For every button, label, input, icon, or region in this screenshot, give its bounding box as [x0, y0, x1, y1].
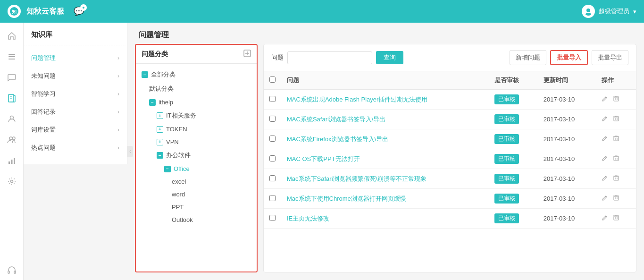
sidebar-icon-book[interactable]: [2, 89, 21, 108]
search-label: 问题: [271, 53, 284, 62]
nav-item-word-settings[interactable]: 词库设置 ›: [24, 121, 127, 139]
row-checkbox-1[interactable]: [269, 116, 276, 122]
batch-import-button[interactable]: 批量导入: [550, 50, 588, 65]
logo-icon: 知: [8, 5, 21, 18]
row-checkbox-5[interactable]: [269, 195, 276, 201]
message-icon[interactable]: 💬 ●: [74, 6, 84, 17]
user-menu[interactable]: 超级管理员 ▾: [582, 5, 636, 18]
nav-item-smart-learning[interactable]: 智能学习 ›: [24, 85, 127, 103]
nav-item-hot-questions[interactable]: 热点问题 ›: [24, 139, 127, 157]
question-link-2[interactable]: MAC系统Firefox浏览器书签导入\导出: [287, 136, 388, 143]
nav-item-answer-record[interactable]: 回答记录 ›: [24, 103, 127, 121]
row-actions-4: [596, 169, 636, 189]
cat-toggle-it-services: +: [157, 112, 163, 119]
cat-item-it-services[interactable]: + IT相关服务: [136, 109, 257, 123]
cat-item-office[interactable]: − Office: [136, 162, 257, 175]
delete-icon-1[interactable]: [613, 115, 619, 123]
cat-label-ppt: PPT: [172, 204, 184, 211]
delete-icon-2[interactable]: [613, 135, 619, 143]
cat-label-office: Office: [174, 165, 190, 172]
nav-item-question-mgmt[interactable]: 问题管理 ›: [24, 49, 127, 67]
row-updated-6: 2017-03-10: [538, 209, 596, 229]
cat-item-all[interactable]: − 全部分类: [136, 68, 257, 82]
row-checkbox-0[interactable]: [269, 96, 276, 102]
username: 超级管理员: [599, 7, 629, 16]
question-link-3[interactable]: MAC OS下载PPT无法打开: [287, 155, 360, 162]
cat-label-word: word: [172, 191, 185, 198]
edit-icon-0[interactable]: [602, 95, 608, 103]
edit-icon-4[interactable]: [602, 175, 608, 183]
question-link-4[interactable]: Mac系统下Safari浏览器频繁假死\崩溃等不正常现象: [287, 175, 427, 182]
sidebar-icon-settings[interactable]: [2, 172, 21, 191]
delete-icon-4[interactable]: [613, 175, 619, 183]
sidebar-icon-chart[interactable]: [2, 151, 21, 170]
row-checkbox-cell: [264, 149, 281, 169]
batch-export-button[interactable]: 批量导出: [592, 50, 628, 65]
add-question-button[interactable]: 新增问题: [510, 50, 546, 65]
svg-rect-33: [614, 137, 619, 141]
cat-item-word[interactable]: word: [136, 188, 257, 201]
category-panel-title: 问题分类: [142, 50, 168, 59]
th-updated: 更新时间: [538, 71, 596, 90]
row-checkbox-6[interactable]: [269, 215, 276, 221]
row-checkbox-4[interactable]: [269, 175, 276, 181]
cat-item-office-software[interactable]: − 办公软件: [136, 148, 257, 162]
sidebar-icon-list[interactable]: [2, 47, 21, 66]
user-dropdown-icon[interactable]: ▾: [633, 8, 636, 15]
question-link-5[interactable]: Mac系统下使用Chrome浏览器打开网页缓慢: [287, 195, 406, 202]
sidebar-icon-chat[interactable]: [2, 68, 21, 87]
edit-icon-5[interactable]: [602, 195, 608, 203]
question-link-6[interactable]: IE主页无法修改: [287, 215, 329, 222]
delete-icon-6[interactable]: [613, 214, 619, 222]
collapse-sidebar-btn[interactable]: ‹: [127, 146, 133, 157]
nav-label-answer-record: 回答记录: [31, 108, 56, 116]
row-actions-5: [596, 189, 636, 209]
delete-icon-0[interactable]: [613, 95, 619, 103]
edit-icon-3[interactable]: [602, 155, 608, 163]
sidebar-icon-users[interactable]: [2, 130, 21, 149]
row-checkbox-3[interactable]: [269, 155, 276, 161]
cat-item-ithelp[interactable]: − ithelp: [136, 96, 257, 109]
table-row: Mac系统下使用Chrome浏览器打开网页缓慢 已审核 2017-03-10: [264, 189, 636, 209]
approved-badge-4: 已审核: [494, 174, 519, 184]
delete-icon-5[interactable]: [613, 195, 619, 203]
question-link-0[interactable]: MAC系统出现Adobe Flash Player插件过期无法使用: [287, 96, 427, 103]
category-list: − 全部分类 默认分类 − ithelp + IT相: [136, 64, 257, 272]
delete-icon-3[interactable]: [613, 155, 619, 163]
th-action: 操作: [596, 71, 636, 90]
cat-item-excel[interactable]: excel: [136, 175, 257, 188]
svg-rect-53: [614, 216, 619, 220]
row-question-0: MAC系统出现Adobe Flash Player插件过期无法使用: [281, 90, 489, 110]
cat-item-default[interactable]: 默认分类: [136, 82, 257, 96]
table-row: IE主页无法修改 已审核 2017-03-10: [264, 209, 636, 229]
top-navbar: 知 知秋云客服 💬 ● 超级管理员 ▾: [0, 0, 644, 23]
row-approved-0: 已审核: [489, 90, 538, 110]
content-body: 问题分类 − 全部分类: [127, 44, 644, 280]
chevron-smart-learning: ›: [117, 91, 119, 97]
add-category-icon[interactable]: [243, 50, 251, 59]
select-all-checkbox[interactable]: [269, 76, 276, 83]
edit-icon-6[interactable]: [602, 214, 608, 222]
right-panel: 问题 查询 新增问题 批量导入 批量导出: [263, 44, 636, 272]
cat-item-ppt[interactable]: PPT: [136, 201, 257, 213]
search-bar: 问题 查询: [271, 51, 403, 64]
edit-icon-1[interactable]: [602, 115, 608, 123]
table-row: MAC系统Firefox浏览器书签导入\导出 已审核 2017-03-10: [264, 129, 636, 149]
nav-left: 知 知秋云客服 💬 ●: [8, 5, 84, 18]
sidebar-icon-home[interactable]: [2, 26, 21, 45]
sidebar-icon-user[interactable]: [2, 110, 21, 128]
cat-item-vpn[interactable]: + VPN: [136, 136, 257, 148]
sidebar-icon-headset[interactable]: [2, 261, 21, 280]
cat-item-outlook[interactable]: Outlook: [136, 213, 257, 226]
nav-item-unknown-question[interactable]: 未知问题 ›: [24, 67, 127, 85]
row-checkbox-2[interactable]: [269, 136, 276, 142]
question-link-1[interactable]: MAC系统Safari浏览器书签导入\导出: [287, 116, 385, 123]
query-button[interactable]: 查询: [376, 51, 403, 64]
row-updated-0: 2017-03-10: [538, 90, 596, 110]
row-actions-6: [596, 209, 636, 229]
approved-badge-2: 已审核: [494, 134, 519, 144]
cat-item-token[interactable]: + TOKEN: [136, 123, 257, 136]
edit-icon-2[interactable]: [602, 135, 608, 143]
row-approved-5: 已审核: [489, 189, 538, 209]
search-input[interactable]: [287, 51, 372, 64]
